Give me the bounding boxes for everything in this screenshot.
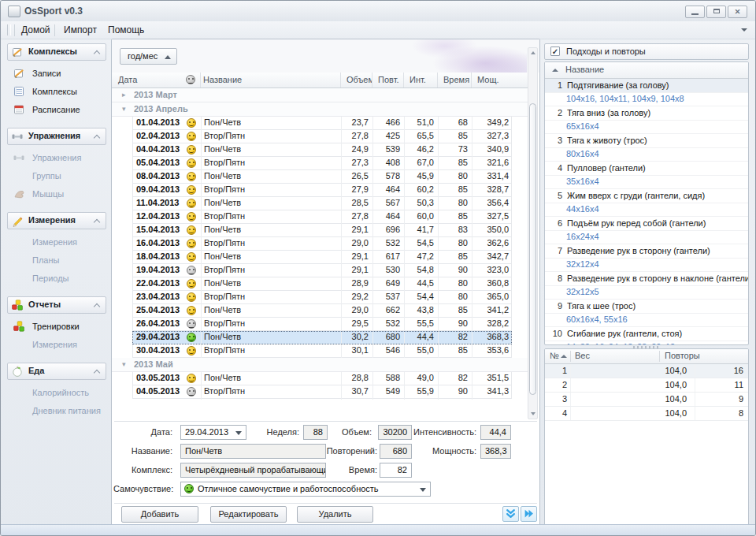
workout-row[interactable]: 30.04.2013Втор/Пятн30,154655,085353,6 [132, 344, 512, 358]
sets-table-header[interactable]: № Вес Повторы [545, 349, 748, 364]
set-row[interactable]: 2104,011 [545, 378, 748, 393]
sidebar-section-header-Измерения[interactable]: Измерения [7, 212, 106, 229]
sidebar-item-Записи[interactable]: Записи [7, 65, 106, 83]
column-header-time[interactable]: Время [437, 73, 471, 87]
exercise-sets[interactable]: 32x12x5 [545, 286, 748, 300]
sidebar-item-Периоды[interactable]: Периоды [7, 270, 106, 288]
complex-field[interactable]: Четырёхдневный прорабатывающий тре [180, 463, 326, 478]
column-header-date[interactable]: Дата [112, 73, 183, 87]
exercise-row[interactable]: 1Подтягивание (за голову) [545, 79, 748, 93]
workout-row[interactable]: 05.04.2013Втор/Пятн27,340867,085321,6 [132, 157, 512, 170]
group-row[interactable]: ▸2013 Март [112, 88, 529, 102]
sidebar-section-header-Отчеты[interactable]: Отчеты [7, 296, 106, 314]
workout-row[interactable]: 11.04.2013Пон/Четв28,556750,380356,4 [132, 197, 512, 210]
set-row[interactable]: 1104,016 [545, 364, 748, 378]
workout-row[interactable]: 02.04.2013Втор/Пятн27,842565,585327,3 [132, 130, 512, 143]
sidebar-item-Мышцы[interactable]: Мышцы [7, 185, 106, 203]
sets-checkbox[interactable]: ✓ [550, 47, 560, 56]
power-field[interactable]: 368,3 [480, 444, 511, 459]
exercise-sets[interactable]: 35x16x4 [545, 176, 748, 189]
group-toggle-icon[interactable]: ▸ [122, 88, 126, 102]
toolbar-overflow-icon[interactable] [741, 28, 747, 32]
group-by-button[interactable]: год/мес [120, 48, 177, 65]
sidebar-section-header-Комплексы[interactable]: Комплексы [7, 43, 106, 61]
column-header-mood[interactable] [183, 73, 200, 87]
scrollbar-thumb[interactable] [529, 103, 536, 395]
collapse-all-button[interactable] [502, 506, 519, 522]
maximize-button[interactable] [706, 6, 726, 18]
workout-row[interactable]: 16.04.2013Втор/Пятн29,053254,580362,6 [132, 237, 512, 251]
sidebar-item-Калорийность[interactable]: Калорийность [7, 384, 106, 402]
sidebar-item-Упражнения[interactable]: Упражнения [7, 149, 106, 167]
exercise-sets[interactable]: 16x24x4 [545, 231, 748, 244]
delete-button[interactable]: Удалить [297, 506, 373, 523]
workout-row[interactable]: 03.05.2013Пон/Четв28,858849,082351,5 [132, 372, 512, 385]
exercise-row[interactable]: 5Жим вверх с груди (гантели, сидя) [545, 189, 748, 203]
workout-row[interactable]: 08.04.2013Пон/Четв26,557845,980331,4 [132, 170, 512, 184]
workout-row[interactable]: 12.04.2013Втор/Пятн27,846460,085327,5 [132, 210, 512, 224]
menu-item-help[interactable]: Помощь [105, 24, 147, 36]
workout-row[interactable]: 18.04.2013Пон/Четв29,161747,285342,7 [132, 251, 512, 264]
time-field[interactable]: 82 [380, 463, 412, 478]
volume-field[interactable]: 30200 [378, 425, 412, 440]
column-header-reps[interactable]: Повторы [665, 351, 700, 360]
reps-field[interactable]: 680 [380, 444, 412, 459]
fast-forward-button[interactable] [521, 506, 537, 522]
set-row[interactable]: 3104,09 [545, 393, 748, 407]
sidebar-item-Группы[interactable]: Группы [7, 167, 106, 185]
workout-row[interactable]: 09.04.2013Втор/Пятн27,946460,285328,7 [132, 184, 512, 197]
sidebar-item-Измерения[interactable]: Измерения [7, 233, 106, 251]
exercise-sets[interactable]: 14x32, 16x24, 18x28, 20x12 [545, 341, 748, 345]
group-toggle-icon[interactable]: ▾ [122, 102, 126, 116]
week-field[interactable]: 88 [303, 425, 328, 440]
sidebar-item-Комплексы[interactable]: Комплексы [7, 83, 106, 101]
scroll-down-icon[interactable] [528, 409, 537, 419]
workout-row[interactable]: 26.04.2013Втор/Пятн29,553255,590328,2 [132, 318, 512, 331]
sidebar-item-Расписание[interactable]: Расписание [7, 101, 106, 119]
minimize-button[interactable] [685, 6, 705, 18]
sidebar-item-Измерения[interactable]: Измерения [7, 336, 106, 354]
exercise-row[interactable]: 9Тяга к шее (трос) [545, 300, 748, 314]
sidebar-item-Дневник питания[interactable]: Дневник питания [7, 402, 106, 420]
workout-row[interactable]: 25.04.2013Пон/Четв29,066243,885341,2 [132, 304, 512, 318]
column-header-intensity[interactable]: Инт. [403, 73, 437, 87]
exercise-sets[interactable]: 104x16, 104x11, 104x9, 104x8 [545, 93, 748, 106]
exercise-row[interactable]: 2Тяга вниз (за голову) [545, 106, 748, 121]
workout-row[interactable]: 22.04.2013Пон/Четв28,964944,580360,8 [132, 277, 512, 291]
menu-item-home[interactable]: Домой [18, 24, 54, 36]
sidebar-section-header-Упражнения[interactable]: Упражнения [7, 128, 106, 145]
workout-row[interactable]: 15.04.2013Пон/Четв29,169641,783350,0 [132, 224, 512, 237]
sidebar-section-header-Еда[interactable]: Еда [7, 363, 106, 380]
exercise-sets[interactable]: 44x16x4 [545, 203, 748, 217]
column-header-power[interactable]: Мощ. [471, 73, 512, 87]
exercise-sets[interactable]: 32x12x4 [545, 259, 748, 272]
mood-dropdown[interactable]: Отличное самочуствие и работоспособность [180, 482, 431, 497]
sidebar-item-Планы[interactable]: Планы [7, 251, 106, 270]
toolbar-grip[interactable] [7, 24, 11, 35]
group-row[interactable]: ▾2013 Май [112, 358, 529, 372]
column-header-number[interactable]: № [550, 351, 559, 360]
workout-row[interactable]: 23.04.2013Втор/Пятн29,253754,480365,0 [132, 291, 512, 304]
sidebar-item-Тренировки[interactable]: Тренировки [7, 318, 106, 336]
exercise-sets[interactable]: 80x16x4 [545, 148, 748, 162]
exercise-row[interactable]: 4Пулловер (гантели) [545, 162, 748, 176]
exercise-row[interactable]: 8Разведение рук в сторону в наклоне (ган… [545, 272, 748, 286]
workout-row[interactable]: 01.04.2013Пон/Четв23,746651,068349,2 [132, 117, 512, 130]
add-button[interactable]: Добавить [121, 506, 198, 523]
group-row[interactable]: ▾2013 Апрель [112, 102, 529, 117]
exercise-row[interactable]: 3Тяга к животу (трос) [545, 134, 748, 148]
workout-row[interactable]: 19.04.2013Втор/Пятн29,153054,890323,0 [132, 264, 512, 277]
column-header-volume[interactable]: Объем [340, 73, 372, 87]
workout-row[interactable]: 04.05.2013Втор/Пятн30,754955,990341,3 [132, 385, 512, 399]
close-button[interactable] [728, 6, 747, 18]
exercise-row[interactable]: 7Разведение рук в сторону (гантели) [545, 244, 748, 259]
column-header-name[interactable]: Название [200, 73, 340, 87]
column-header-reps[interactable]: Повт. [372, 73, 403, 87]
exercise-row[interactable]: 10Сгибание рук (гантели, стоя) [545, 327, 748, 341]
vertical-scrollbar[interactable] [528, 47, 538, 419]
scroll-up-icon[interactable] [528, 48, 537, 58]
edit-button[interactable]: Редактировать [210, 506, 287, 523]
name-field[interactable]: Пон/Четв [180, 444, 326, 459]
workout-row[interactable]: 29.04.2013Пон/Четв30,268044,482368,3 [132, 331, 512, 344]
exercise-list-header[interactable]: Название [545, 62, 748, 79]
